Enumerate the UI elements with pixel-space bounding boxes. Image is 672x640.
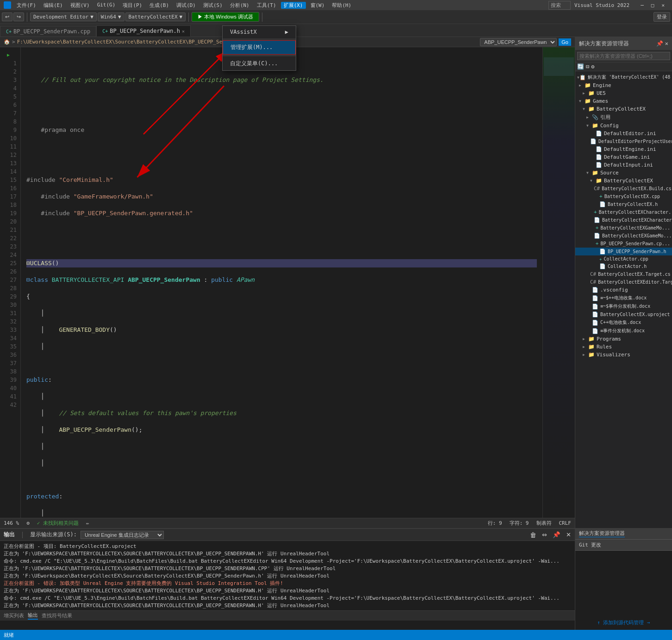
char-h-label: BatteryCollectEXCharacter... [602,217,672,223]
sync-icon[interactable]: 🔄 [577,63,584,70]
tree-config[interactable]: ▼ 📁 Config [575,122,672,130]
output-content[interactable]: 正在分析蓝图 - 项目: BatteryCollectEX.uproject 正… [0,541,575,610]
tree-battery[interactable]: ▼ 📁 BatteryCollectEX [575,105,672,113]
tree-battery-cpp[interactable]: + BatteryCollectEX.cpp [575,193,672,200]
panel-close-icon[interactable]: ✕ [665,40,668,47]
bottom-tab-find[interactable]: 查找符号结果 [42,612,72,619]
tree-build-cs[interactable]: C# BatteryCollectEX.Build.cs [575,185,672,193]
tree-target-cs[interactable]: C# BatteryCollectEX.Target.cs [575,270,672,278]
menu-test[interactable]: 测试(S) [200,2,225,9]
output-close-btn[interactable]: ✕ [566,531,571,538]
bottom-tab-output[interactable]: 输出 [28,612,38,620]
menu-edit[interactable]: 编辑(E) [41,2,66,9]
maximize-button[interactable]: □ [647,2,658,8]
tree-vsconfig[interactable]: 📄 .vsconfig [575,286,672,294]
code-editor[interactable]: // Fill out your copyright notice in the… [21,47,542,518]
tree-collect-h[interactable]: 📄 CollectActor.h [575,262,672,270]
menu-view[interactable]: 视图(V) [68,2,93,9]
solution-search-input[interactable] [577,52,670,60]
minimap[interactable] [542,47,575,518]
sol-exp-tab[interactable]: 解决方案资源管理器 [579,530,625,537]
tab-h-close[interactable]: ✕ [182,29,185,34]
tree-arrow-engine: ▶ [579,83,585,87]
go-button[interactable]: Go [559,38,571,46]
tree-programs[interactable]: ▶ 📁 Programs [575,335,672,343]
tree-engine[interactable]: ▶ 📁 Engine [575,81,672,89]
tree-battery-docx1[interactable]: 📄 ≡~$++电池收集.docx [575,294,672,302]
output-source-dropdown[interactable]: Unreal Engine 集成日志记录 [81,531,164,539]
menu-debug[interactable]: 调试(D) [174,2,199,9]
tree-sender-h[interactable]: 📄 BP_UECPP_SenderPawn.h [575,248,672,255]
dropdown-sep-2 [223,56,296,56]
tree-rules[interactable]: ▶ 📁 Rules [575,343,672,351]
menu-window[interactable]: 窗(W) [308,2,328,9]
tree-char-h[interactable]: 📄 BatteryCollectEXCharacter... [575,216,672,224]
tree-ref[interactable]: ▶ 📎 引用 [575,113,672,122]
menu-help[interactable]: 帮助(H) [329,2,354,9]
tab-h[interactable]: C+ BP_UECPP_SenderPawn.h ✕ [96,25,191,37]
tree-defaultgame[interactable]: 📄 DefaultGame.ini [575,153,672,161]
dropdown-custom[interactable]: 自定义菜单(C)... [223,57,296,70]
tree-editor-target[interactable]: C# BatteryCollectEXEditor.Targe... [575,278,672,286]
tree-battery-h[interactable]: 📄 BatteryCollectEX.h [575,200,672,208]
tree-arrow-ue5: ▶ [583,91,588,95]
tree-sender-cpp[interactable]: + BP_UECPP_SenderPawn.cp... [575,240,672,248]
search-box[interactable]: 搜索 [548,1,571,10]
platform-dropdown[interactable]: Win64 ▼ [98,12,124,21]
bottom-tab-errors[interactable]: 增买列表 [4,612,24,619]
add-source-control-link[interactable]: ↑ 添加到源代码管理 → [597,619,650,626]
dropdown-vassistx[interactable]: VAssistX ▶ [223,26,296,38]
tree-visualizers[interactable]: ▶ 📁 Visualizers [575,351,672,359]
undo-button[interactable]: ↩ [2,12,12,21]
config-dropdown[interactable]: Development Editor ▼ [30,12,97,21]
tree-event-docx1[interactable]: 📄 ≡~$事件分发机制.docx [575,302,672,311]
menu-project[interactable]: 项目(P) [120,2,145,9]
tree-gm-h[interactable]: 📄 BatteryCollectEXGameMo... [575,232,672,240]
tree-defaultinput[interactable]: 📄 DefaultInput.ini [575,161,672,169]
menu-build[interactable]: 生成(B) [147,2,172,9]
menu-git[interactable]: Git(G) [94,2,118,9]
code-container: ▶ 12345 678910 1112131415 1617181920 212… [0,47,575,518]
tree-source[interactable]: ▼ 📁 Source [575,169,672,177]
collapse-icon[interactable]: ⊟ [586,63,589,70]
tree-gm-cpp[interactable]: + BatteryCollectEXGameMo... [575,224,672,232]
login-button[interactable]: 登录 [653,12,670,22]
menu-tools[interactable]: 工具(T) [254,2,279,9]
tree-solution-root[interactable]: ▼ 📋 解决方案 'BatteryCollectEX' (48 个项目，共 [575,73,672,81]
tree-defaulteditorper[interactable]: 📄 DefaultEditorPerProjectUserS... [575,137,672,145]
tree-collect-cpp[interactable]: + CollectActor.cpp [575,255,672,262]
menu-file[interactable]: 文件(F) [14,2,39,9]
tree-defaultengine[interactable]: 📄 DefaultEngine.ini [575,145,672,153]
tab-cpp[interactable]: C+ BP_UECPP_SenderPawn.cpp [0,26,96,37]
content-row: 🏠 > F:\UEworkspace\BatteryCollectEX\Sour… [0,37,672,528]
output-clear-btn[interactable]: 🗑 [530,531,536,539]
tree-toolbar: 🔄 ⊟ ⚙ [575,62,672,71]
redo-button[interactable]: ↪ [13,12,24,21]
output-pin-btn[interactable]: 📌 [553,531,560,538]
output-wrap-btn[interactable]: ⇔ [542,531,547,538]
tree-source-battery[interactable]: ▼ 📁 BatteryCollectEX [575,177,672,185]
debug-start-button[interactable]: ▶ 本地 Windows 调试器 [192,12,259,22]
tree-event-docx2[interactable]: 📄 ≡事件分发机制.docx [575,327,672,335]
breadcrumb-path: F:\UEworkspace\BatteryCollectEX\Source\B… [17,39,253,45]
file-selector[interactable]: ABP_UECPP_SenderPawn [480,38,557,46]
main-content: 🏠 > F:\UEworkspace\BatteryCollectEX\Sour… [0,37,672,630]
minimize-button[interactable]: ─ [637,2,647,8]
menu-extend[interactable]: 扩展(X) [281,2,306,9]
close-button[interactable]: ✕ [658,2,668,8]
tree-char-cpp[interactable]: + BatteryCollectEXCharacter... [575,208,672,216]
zoom-icon: ⚙ [26,520,30,526]
menu-analysis[interactable]: 分析(N) [227,2,252,9]
panel-pin-icon[interactable]: 📌 [656,40,663,47]
tree-ue5[interactable]: ▶ 📁 UE5 [575,89,672,97]
output-title: 输出 [4,531,15,539]
tree-defaulteditor[interactable]: 📄 DefaultEditor.ini [575,130,672,137]
tree-cpp-docx[interactable]: 📄 C++电池收集.docx [575,318,672,327]
project-dropdown[interactable]: BatteryCollectEX ▼ [125,12,186,21]
dropdown-manage[interactable]: 管理扩展(M)... [223,40,296,55]
tree-uproject[interactable]: 📄 BatteryCollectEX.uproject [575,311,672,318]
ini-icon-dep: 📄 [590,138,597,144]
git-changes-tab[interactable]: Git 更改 [579,541,602,548]
filter-icon[interactable]: ⚙ [591,63,594,70]
tree-games[interactable]: ▼ 📁 Games [575,97,672,105]
